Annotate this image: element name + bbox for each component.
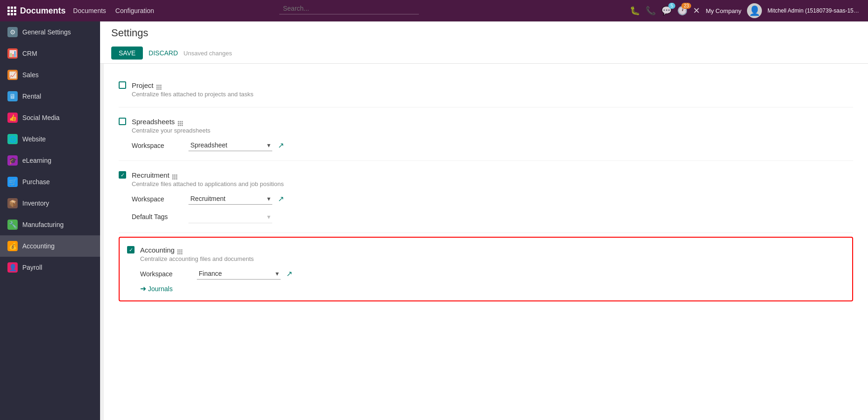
arrow-right-icon: ➜ [140,284,146,293]
recruitment-checkbox[interactable]: ✓ [119,171,126,179]
gear-icon: ⚙ [7,27,18,37]
recruitment-name: Recruitment [132,170,853,180]
accounting-section-desc: Centralize accounting files and document… [140,255,845,262]
sidebar-label-website: Website [22,135,46,143]
spreadsheets-workspace-label: Workspace [132,142,183,149]
social-icon: 👍 [7,113,18,123]
project-checkbox[interactable] [119,81,126,89]
spreadsheets-workspace-select[interactable]: Spreadsheet [188,140,272,151]
sidebar-item-general-settings[interactable]: ⚙ General Settings [0,21,100,43]
settings-toolbar: SAVE DISCARD Unsaved changes [111,43,857,63]
page-title: Settings [111,27,857,43]
section-accounting-row: ✓ Accounting [127,245,845,293]
section-project-row: Project Centralize files attached to [119,80,853,98]
sidebar-label-purchase: Purchase [22,178,50,186]
recruitment-tags-label: Default Tags [132,213,183,220]
sidebar-label-general-settings: General Settings [22,28,71,36]
sidebar-item-website[interactable]: 🌐 Website [0,128,100,150]
accounting-section-checkbox[interactable]: ✓ [127,246,135,253]
accounting-external-link[interactable]: ↗ [286,269,292,278]
sidebar-item-crm[interactable]: 📊 CRM [0,43,100,64]
accounting-grid-icon [177,245,182,254]
accounting-workspace-row: Workspace Finance ↗ [140,268,845,280]
sidebar-label-payroll: Payroll [22,264,42,271]
spreadsheets-external-link[interactable]: ↗ [278,141,284,150]
section-accounting-info: Accounting Centralize accounting fil [140,245,845,293]
recruitment-tags-field[interactable]: ▾ [188,210,272,223]
sidebar-item-elearning[interactable]: 🎓 eLearning [0,150,100,171]
elearning-icon: 🎓 [7,155,18,166]
recruitment-workspace-row: Workspace Recruitment ↗ [132,193,853,205]
section-spreadsheets-row: Spreadsheets Centralize your spreads [119,117,853,151]
app-brand[interactable]: Documents [7,6,66,16]
accounting-icon: 💰 [7,241,18,251]
section-spreadsheets: Spreadsheets Centralize your spreads [119,107,853,161]
sidebar-label-sales: Sales [22,71,39,79]
recruitment-workspace-label: Workspace [132,195,183,203]
inventory-icon: 📦 [7,198,18,208]
recruitment-grid-icon [172,170,177,180]
nav-documents[interactable]: Documents [73,7,106,14]
project-name: Project [132,80,853,90]
recruitment-tags-row: Default Tags ▾ [132,210,853,223]
sales-icon: 📈 [7,70,18,80]
sidebar-item-purchase[interactable]: 🛒 Purchase [0,171,100,193]
sidebar-item-inventory[interactable]: 📦 Inventory [0,193,100,214]
main-content: Settings SAVE DISCARD Unsaved changes [100,21,868,420]
sidebar-label-crm: CRM [22,50,37,57]
journals-link[interactable]: ➜ Journals [140,284,845,293]
grid-menu-icon[interactable] [7,7,16,15]
recruitment-workspace-select-wrap: Recruitment [188,193,272,205]
save-button[interactable]: SAVE [111,47,143,60]
sidebar-label-accounting: Accounting [22,242,54,250]
tags-arrow-icon: ▾ [267,213,270,220]
spreadsheets-checkbox[interactable] [119,118,126,125]
accounting-workspace-select[interactable]: Finance [197,268,281,280]
project-grid-icon [156,80,161,90]
project-desc: Centralize files attached to projects an… [132,91,853,98]
sidebar-item-social-media[interactable]: 👍 Social Media [0,107,100,128]
manufacturing-icon: 🔧 [7,220,18,230]
section-recruitment-row: ✓ Recruitment [119,170,853,223]
accounting-workspace-select-wrap: Finance [197,268,281,280]
website-icon: 🌐 [7,134,18,144]
spreadsheets-name: Spreadsheets [132,117,853,126]
sidebar-label-elearning: eLearning [22,157,51,164]
topnav-search-input[interactable] [279,3,419,14]
app-title: Documents [20,6,66,16]
settings-header: Settings SAVE DISCARD Unsaved changes [100,21,868,64]
section-project: Project Centralize files attached to [119,71,853,107]
main-layout: ⚙ General Settings 📊 CRM 📈 Sales 🖥 Renta… [0,21,868,420]
settings-content: Project Centralize files attached to [104,64,868,420]
sidebar-item-payroll[interactable]: 👤 Payroll [0,257,100,278]
discard-button[interactable]: DISCARD [148,49,178,57]
sidebar-label-inventory: Inventory [22,200,49,207]
sidebar: ⚙ General Settings 📊 CRM 📈 Sales 🖥 Renta… [0,21,100,420]
spreadsheets-grid-icon [178,117,183,126]
sidebar-item-rental[interactable]: 🖥 Rental [0,86,100,107]
section-spreadsheets-info: Spreadsheets Centralize your spreads [132,117,853,151]
section-recruitment: ✓ Recruitment [119,161,853,233]
recruitment-external-link[interactable]: ↗ [278,194,284,203]
content-area: Project Centralize files attached to [100,64,868,420]
sidebar-label-rental: Rental [22,93,41,100]
purchase-icon: 🛒 [7,177,18,187]
sidebar-item-sales[interactable]: 📈 Sales [0,64,100,86]
recruitment-workspace-select[interactable]: Recruitment [188,193,272,205]
recruitment-desc: Centralize files attached to application… [132,180,853,187]
section-accounting-highlighted: ✓ Accounting [119,237,853,301]
sidebar-label-social-media: Social Media [22,114,60,121]
accounting-workspace-label: Workspace [140,270,191,278]
spreadsheets-workspace-row: Workspace Spreadsheet ↗ [132,140,853,151]
sidebar-item-accounting[interactable]: 💰 Accounting [0,235,100,257]
spreadsheets-desc: Centralize your spreadsheets [132,127,853,134]
nav-configuration[interactable]: Configuration [115,7,154,14]
accounting-section-name: Accounting [140,245,845,254]
scroll-track[interactable] [100,64,104,420]
topnav-search [279,3,784,14]
sidebar-item-manufacturing[interactable]: 🔧 Manufacturing [0,214,100,235]
rental-icon: 🖥 [7,91,18,101]
unsaved-changes-label: Unsaved changes [183,50,232,57]
sidebar-label-manufacturing: Manufacturing [22,221,64,228]
payroll-icon: 👤 [7,262,18,273]
